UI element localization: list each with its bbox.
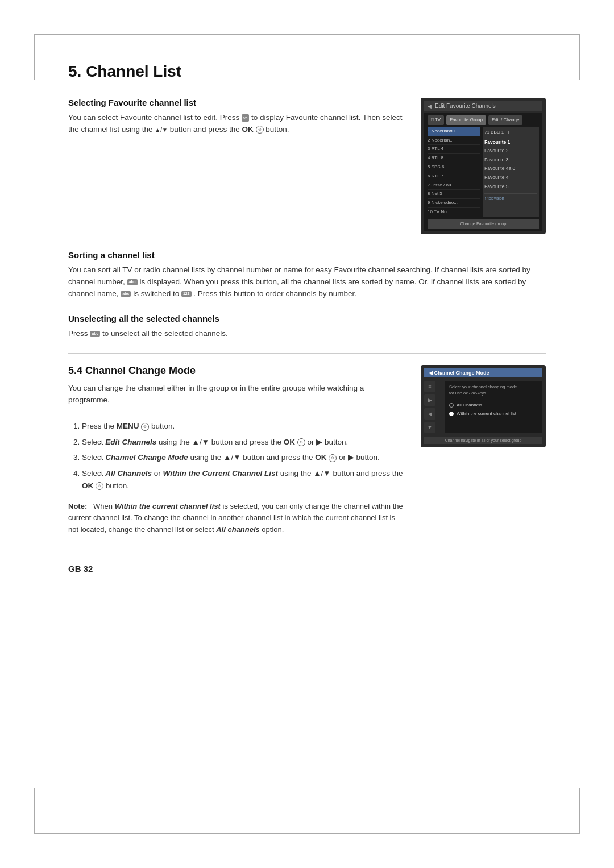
ccm-option-all: All Channels xyxy=(449,401,538,409)
channel-row-7: 7 Jetse / ou... xyxy=(428,181,480,190)
ok-icon-step3: ⊙ xyxy=(329,454,337,462)
tab-favourite-group: Favourite Group xyxy=(446,115,486,125)
channel-row-6: 6 RTL 7 xyxy=(428,172,480,181)
screenshot-title-bar: ◀ Edit Favourite Channels xyxy=(424,101,542,111)
fav-button-icon: ok xyxy=(242,114,249,122)
ccm-step-3: Select Channel Change Mode using the ▲/▼… xyxy=(82,451,407,464)
submenu-item-4: Favourite 4a 0 xyxy=(484,164,537,173)
submenu-col: 71 BBC 1 I Favourite 1 Favourite 2 Favou… xyxy=(483,127,539,217)
ccm-sidebar-icon-4: ▼ xyxy=(424,422,435,433)
unselecting-heading: Unselecting all the selected channels xyxy=(68,314,546,323)
sort-abc-badge-2: abc xyxy=(121,291,131,297)
ccm-screenshot-title: ◀ Channel Change Mode xyxy=(424,368,542,377)
unselecting-body: Press abc to unselect all the selected c… xyxy=(68,328,546,340)
sorting-heading: Sorting a channel list xyxy=(68,250,546,260)
ccm-step-2: Select Edit Channels using the ▲/▼ butto… xyxy=(82,436,407,448)
screenshot-content: □ TV Favourite Group Edit / Change 1 Ned… xyxy=(424,113,542,231)
up-down-arrow-icon: ▲/▼ xyxy=(155,126,168,135)
channel-row-10: 10 TV Noo... xyxy=(428,208,480,217)
ccm-radio-all xyxy=(449,403,454,408)
page-border-bottom xyxy=(34,833,580,834)
page-border-right-top xyxy=(579,34,580,80)
submenu-item-3: Favourite 3 xyxy=(484,156,537,165)
sorting-body: You can sort all TV or radio channel lis… xyxy=(68,264,546,300)
ccm-option-within: Within the current channel list xyxy=(449,409,538,418)
ccm-radio-within xyxy=(449,412,454,416)
channel-row-3: 3 RTL 4 xyxy=(428,145,480,154)
ccm-heading: 5.4 Channel Change Mode xyxy=(68,365,407,377)
ccm-steps-list: Press the MENU ⊙ button. Select Edit Cha… xyxy=(68,420,407,492)
ccm-option-all-label: All Channels xyxy=(457,402,482,408)
submenu-item-6: Favourite 5 xyxy=(484,182,537,192)
submenu-item-5: Favourite 4 xyxy=(484,173,537,182)
ok-icon-step2: ⊙ xyxy=(297,438,305,446)
favourite-channels-screenshot: ◀ Edit Favourite Channels □ TV Favourite… xyxy=(421,98,546,234)
section-divider xyxy=(68,353,546,354)
channel-row-2: 2 Nederlan... xyxy=(428,136,480,146)
ccm-step-4: Select All Channels or Within the Curren… xyxy=(82,467,407,492)
page-border-left-top xyxy=(34,34,35,80)
submenu-item-2: Favourite 2 xyxy=(484,147,537,156)
unselect-badge: abc xyxy=(90,331,100,337)
ccm-screenshot-body: ≡ ▶ ◀ ▼ Select your channel changing mod… xyxy=(424,381,542,433)
submenu-television: ↑ television xyxy=(484,193,537,201)
channel-row-9: 9 Nickelodeo... xyxy=(428,199,480,208)
page-border-left-bottom xyxy=(34,788,35,834)
screenshot-title: Edit Favourite Channels xyxy=(435,103,496,109)
page-title: 5. Channel List xyxy=(68,63,546,81)
selecting-favourite-body: You can select Favourite channel list to… xyxy=(68,112,407,136)
unselecting-section: Unselecting all the selected channels Pr… xyxy=(68,314,546,340)
screenshot-body: 1 Nederland 1 2 Nederlan... 3 RTL 4 4 RT… xyxy=(428,127,539,217)
note-section: Note: When Within the current channel li… xyxy=(68,501,407,535)
tab-tv: □ TV xyxy=(428,115,444,125)
selecting-favourite-heading: Selecting Favourite channel list xyxy=(68,98,407,107)
back-arrow-icon: ◀ xyxy=(428,103,432,109)
channel-change-mode-section: 5.4 Channel Change Mode You can change t… xyxy=(68,365,546,546)
ccm-desc-text: Select your channel changing modefor use… xyxy=(449,384,538,396)
note-label: Note: xyxy=(68,502,87,510)
ccm-screenshot-footer: Channel navigate in all or your select g… xyxy=(424,437,542,444)
ccm-sidebar-icon-3: ◀ xyxy=(424,408,435,420)
tab-edit-change: Edit / Change xyxy=(488,115,522,125)
note-text: Note: When Within the current channel li… xyxy=(68,501,407,535)
ccm-screenshot: ◀ Channel Change Mode ≡ ▶ ◀ ▼ Select you… xyxy=(421,365,546,447)
ccm-sidebar: ≡ ▶ ◀ ▼ xyxy=(424,381,435,433)
screenshot-footer: Change Favourite group xyxy=(428,219,539,229)
ok-icon-step4: ⊙ xyxy=(96,482,103,490)
channel-row-4: 4 RTL 8 xyxy=(428,154,480,163)
channel-list-col: 1 Nederland 1 2 Nederlan... 3 RTL 4 4 RT… xyxy=(428,127,480,217)
channel-row-1: 1 Nederland 1 xyxy=(428,127,480,136)
ccm-inner-content: Select your channel changing modefor use… xyxy=(445,381,542,433)
submenu-header: 71 BBC 1 I xyxy=(484,129,537,136)
ok-circle-icon: ⊙ xyxy=(256,126,264,134)
ccm-intro: You can change the channel either in the… xyxy=(68,383,407,406)
ccm-sidebar-icon-1: ≡ xyxy=(424,381,435,392)
page-border-top xyxy=(34,34,580,35)
ccm-option-within-label: Within the current channel list xyxy=(457,411,516,416)
sort-abc-badge: abc xyxy=(127,279,138,285)
channel-row-5: 5 SBS 6 xyxy=(428,163,480,172)
menu-icon: ⊙ xyxy=(141,423,149,431)
page-border-right-bottom xyxy=(579,788,580,834)
screenshot-tabs: □ TV Favourite Group Edit / Change xyxy=(428,115,539,125)
ccm-step-1: Press the MENU ⊙ button. xyxy=(82,420,407,433)
selecting-favourite-text: Selecting Favourite channel list You can… xyxy=(68,98,407,234)
submenu-item-1: Favourite 1 xyxy=(484,138,537,147)
channel-change-mode-text: 5.4 Channel Change Mode You can change t… xyxy=(68,365,407,546)
sort-123-badge: 123 xyxy=(181,291,192,297)
sorting-section: Sorting a channel list You can sort all … xyxy=(68,250,546,300)
ccm-sidebar-icon-2: ▶ xyxy=(424,394,435,406)
page-number: GB 32 xyxy=(68,564,546,574)
channel-row-8: 8 Net 5 xyxy=(428,190,480,199)
selecting-favourite-section: Selecting Favourite channel list You can… xyxy=(68,98,546,234)
